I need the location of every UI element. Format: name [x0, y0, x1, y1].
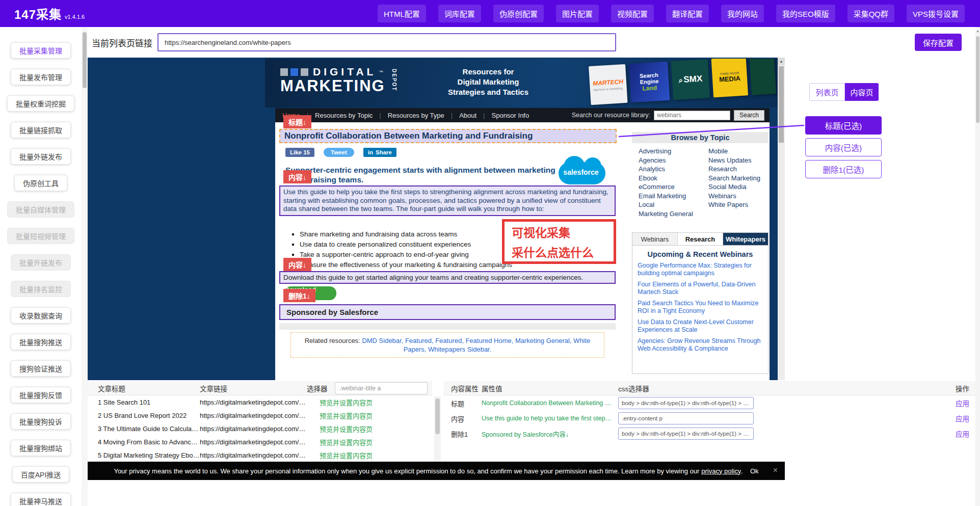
- topic-link[interactable]: Local: [639, 200, 693, 209]
- sidebar-button[interactable]: 批量外链发布: [11, 254, 71, 271]
- sidebar-button[interactable]: 百度API推送: [12, 466, 70, 483]
- resource-tab[interactable]: Whitepapers: [723, 233, 768, 245]
- css-selector-input[interactable]: body > div:nth-of-type(1) > div:nth-of-t…: [618, 397, 754, 409]
- sidebar-button[interactable]: 搜狗验证推送: [11, 360, 71, 377]
- download-note-highlighted[interactable]: Download this guide to get started align…: [279, 271, 616, 284]
- topic-link[interactable]: Advertising: [639, 147, 693, 156]
- header-nav-item[interactable]: 我的网站: [721, 5, 764, 22]
- header-nav-item[interactable]: 采集QQ群: [847, 5, 894, 22]
- scroll-up-icon[interactable]: ▲: [975, 27, 980, 34]
- topic-link[interactable]: Social Media: [708, 182, 760, 192]
- app-scrollbar[interactable]: ▲: [975, 27, 980, 506]
- list-table-scrollbar-thumb[interactable]: [435, 398, 440, 434]
- sidebar-button[interactable]: 批量搜狗反馈: [11, 387, 71, 403]
- topic-link[interactable]: Ebook: [639, 174, 693, 183]
- list-url-input[interactable]: [157, 33, 616, 51]
- header-nav-item[interactable]: 我的SEO模版: [776, 5, 835, 22]
- header-nav-item[interactable]: 伪原创配置: [493, 5, 544, 22]
- selection-button[interactable]: 删除1(已选): [805, 160, 882, 178]
- site-nav-item[interactable]: Resources by Type: [373, 112, 444, 119]
- scroll-up-icon[interactable]: ▲: [778, 58, 785, 65]
- article-paragraph-highlighted[interactable]: Use this guide to help you take the firs…: [279, 185, 616, 216]
- content-annotation-label-2: 内容↓: [283, 258, 311, 271]
- tab-list-page[interactable]: 列表页: [809, 83, 845, 101]
- privacy-policy-link[interactable]: privacy policy: [701, 467, 741, 475]
- sidebar-scrollbar-thumb[interactable]: [83, 32, 87, 88]
- webinar-link[interactable]: Google Performance Max: Strategies for b…: [638, 262, 763, 277]
- header-nav-item[interactable]: HTML配置: [378, 5, 426, 22]
- resource-tab[interactable]: Webinars: [632, 233, 678, 245]
- sidebar-button[interactable]: 批量排名监控: [11, 281, 71, 297]
- topic-link[interactable]: Research: [708, 165, 760, 174]
- linkedin-share-button[interactable]: inShare: [363, 148, 396, 157]
- attribute-value-cell: Sponsored by Salesforce内容↓: [482, 429, 618, 439]
- sidebar-button[interactable]: 批量神马推送: [11, 493, 71, 506]
- list-selector-input[interactable]: [335, 382, 428, 394]
- site-page: 标题↓ Nonprofit Collaboration Between Mark…: [275, 122, 770, 380]
- topic-link[interactable]: eCommerce: [639, 182, 693, 192]
- header-nav-item[interactable]: VPS拨号设置: [907, 5, 965, 22]
- sponsored-by-highlighted[interactable]: Sponsored by Salesforce: [279, 304, 616, 320]
- sidebar-button[interactable]: 收录数据查询: [11, 307, 71, 324]
- topic-link[interactable]: Search Marketing: [708, 174, 760, 183]
- browser-scrollbar-thumb[interactable]: [779, 66, 784, 143]
- browser-scrollbar[interactable]: ▲: [778, 58, 785, 380]
- site-search-input[interactable]: [654, 111, 730, 120]
- topic-link[interactable]: Agencies: [639, 156, 693, 165]
- app-scrollbar-thumb[interactable]: [976, 36, 979, 123]
- sidebar-button[interactable]: 批量链接抓取: [11, 122, 71, 138]
- sidebar-button[interactable]: 批量搜狗绑站: [11, 440, 71, 456]
- preview-set-content-link[interactable]: 预览并设置内容页: [309, 437, 373, 447]
- webinar-link[interactable]: Four Elements of a Powerful, Data-Driven…: [638, 281, 763, 296]
- selection-button[interactable]: 内容(已选): [805, 138, 882, 156]
- privacy-ok-button[interactable]: Ok: [750, 467, 759, 475]
- site-nav-item[interactable]: Sponsor Info: [476, 112, 529, 119]
- css-selector-input[interactable]: .entry-content p: [618, 412, 754, 424]
- topic-link[interactable]: Mobile: [708, 147, 760, 156]
- close-icon[interactable]: ×: [773, 466, 778, 475]
- webinar-link[interactable]: Use Data to Create Next-Level Customer E…: [638, 318, 763, 334]
- topic-link[interactable]: White Papers: [708, 200, 760, 209]
- selection-button[interactable]: 标题(已选): [805, 116, 882, 135]
- preview-set-content-link[interactable]: 预览并设置内容页: [309, 411, 373, 420]
- topic-link[interactable]: Marketing General: [639, 209, 693, 219]
- sidebar-button[interactable]: 伪原创工具: [14, 175, 67, 191]
- site-banner: DIGITAL™ MARKETING DEPOT Resources for D…: [265, 59, 778, 108]
- table-row: 2 US Brand Love Report 2022 https://digi…: [88, 409, 432, 422]
- sidebar-button[interactable]: 批量搜狗推送: [11, 334, 71, 350]
- sidebar-button[interactable]: 批量权重词挖掘: [7, 95, 74, 112]
- sidebar-button[interactable]: 批量发布管理: [11, 69, 71, 85]
- webinar-link[interactable]: Agencies: Grow Revenue Streams Through W…: [638, 337, 763, 353]
- preview-set-content-link[interactable]: 预览并设置内容页: [309, 397, 373, 407]
- sidebar-button[interactable]: 批量外链发布: [11, 148, 71, 165]
- topic-link[interactable]: Webinars: [708, 192, 760, 201]
- webinar-link[interactable]: Paid Search Tactics You Need to Maximize…: [638, 300, 763, 315]
- save-config-button[interactable]: 保存配置: [915, 34, 962, 51]
- header-nav-item[interactable]: 翻译配置: [666, 5, 709, 22]
- resource-tab[interactable]: Research: [678, 233, 723, 245]
- sidebar-button[interactable]: 批量短视频管理: [7, 228, 74, 244]
- facebook-like-button[interactable]: Like 15: [285, 148, 314, 157]
- sidebar-scrollbar[interactable]: [82, 27, 88, 506]
- sidebar-button[interactable]: 批量搜狗投诉: [11, 413, 71, 430]
- header-nav-item[interactable]: 视频配置: [611, 5, 654, 22]
- sidebar-button[interactable]: 批量自媒体管理: [7, 201, 74, 218]
- header-nav-item[interactable]: 图片配置: [556, 5, 599, 22]
- header-nav-item[interactable]: 词库配置: [438, 5, 481, 22]
- topic-link[interactable]: Email Marketing: [639, 192, 693, 201]
- tweet-button[interactable]: Tweet: [324, 148, 354, 157]
- site-nav-item[interactable]: About: [444, 112, 476, 119]
- topic-link[interactable]: Analytics: [639, 165, 693, 174]
- table-row: 5 Digital Marketing Strategy Ebook https…: [88, 448, 432, 462]
- sidebar-button[interactable]: 批量采集管理: [11, 42, 71, 59]
- attribute-name-cell: 标题: [443, 398, 482, 408]
- topic-link[interactable]: News Updates: [708, 156, 760, 165]
- article-title-highlighted[interactable]: Nonprofit Collaboration Between Marketin…: [279, 129, 617, 143]
- related-resources-links[interactable]: DMD Sidebar, Featured, Featured, Feature…: [362, 337, 590, 353]
- third-door-media-tile: THIRD DOOR MEDIA: [711, 59, 749, 97]
- site-search-button[interactable]: Search: [734, 110, 764, 121]
- tab-content-page[interactable]: 内容页: [845, 83, 879, 101]
- preview-set-content-link[interactable]: 预览并设置内容页: [309, 424, 373, 434]
- css-selector-input[interactable]: body > div:nth-of-type(1) > div:nth-of-t…: [618, 428, 754, 440]
- preview-set-content-link[interactable]: 预览并设置内容页: [309, 450, 373, 460]
